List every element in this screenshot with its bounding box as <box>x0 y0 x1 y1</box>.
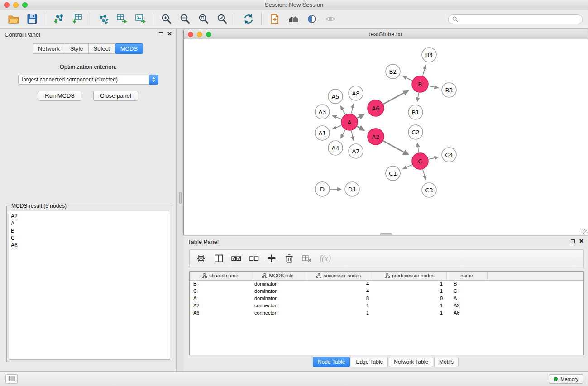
graph-edge-A-A3[interactable] <box>332 116 341 119</box>
tab-mcds[interactable]: MCDS <box>115 43 143 54</box>
table-cell[interactable]: 1 <box>373 280 446 287</box>
tab-network[interactable]: Network <box>33 43 65 54</box>
graph-edge-B-B3[interactable] <box>429 86 439 88</box>
table-cell[interactable]: 1 <box>373 287 446 295</box>
network-zoom-button[interactable] <box>206 32 211 37</box>
graph-edge-C-C1[interactable] <box>403 165 412 169</box>
graph-node-B3[interactable]: B3 <box>442 83 456 97</box>
result-item[interactable]: A <box>11 220 170 227</box>
refresh-button[interactable] <box>239 11 257 27</box>
network-canvas[interactable]: AA6A2BCA5A8A3A1A4A7B2B4B3B1C2C1C3C4DD1 <box>184 39 588 235</box>
graph-node-D1[interactable]: D1 <box>345 182 359 196</box>
tab-motifs[interactable]: Motifs <box>434 357 459 367</box>
result-item[interactable]: C <box>11 234 170 242</box>
table-cell[interactable]: dominator <box>251 295 305 302</box>
table-row[interactable]: Adominator80A <box>190 295 583 302</box>
graph-edge-A-A5[interactable] <box>341 106 345 114</box>
close-window-button[interactable] <box>4 2 10 8</box>
delete-button[interactable] <box>283 253 295 264</box>
import-network-button[interactable] <box>49 11 67 27</box>
table-cell[interactable]: 4 <box>305 287 373 295</box>
table-row[interactable]: Cdominator41C <box>190 287 583 295</box>
table-row[interactable]: A2connector11A2 <box>190 302 583 309</box>
network-close-button[interactable] <box>188 32 193 37</box>
graph-node-A6[interactable]: A6 <box>368 100 384 116</box>
result-item[interactable]: A6 <box>11 242 170 249</box>
graph-node-C1[interactable]: C1 <box>386 166 400 181</box>
search-input[interactable] <box>460 16 578 22</box>
graph-edge-B-B1[interactable] <box>417 93 419 102</box>
destroy-table-button[interactable] <box>301 253 313 264</box>
zoom-window-button[interactable] <box>22 2 28 8</box>
graph-node-A[interactable]: A <box>341 114 358 130</box>
table-cell[interactable]: dominator <box>251 280 305 287</box>
graph-edge-A-A1[interactable] <box>332 125 341 129</box>
graph-edge-C-C4[interactable] <box>429 157 439 159</box>
graph-node-C4[interactable]: C4 <box>442 148 456 162</box>
result-item[interactable]: A2 <box>11 213 170 220</box>
table-cell[interactable]: A2 <box>446 302 487 309</box>
network-window-titlebar[interactable]: testGlobe.txt <box>184 29 588 39</box>
add-button[interactable] <box>266 253 277 264</box>
table-cell[interactable]: A6 <box>190 309 251 316</box>
column-header-mcds-role[interactable]: MCDS role <box>251 272 305 280</box>
graph-edge-B-B2[interactable] <box>403 76 412 81</box>
zoom-fit-button[interactable] <box>195 11 212 27</box>
graph-node-A4[interactable]: A4 <box>328 141 343 155</box>
tab-style[interactable]: Style <box>65 43 89 54</box>
zoom-selected-button[interactable] <box>213 11 231 27</box>
export-table-button[interactable] <box>113 11 130 27</box>
table-cell[interactable]: 1 <box>305 309 373 316</box>
column-header-name[interactable]: name <box>446 272 487 280</box>
graph-node-A5[interactable]: A5 <box>328 89 343 104</box>
graph-edge-A-A7[interactable] <box>351 131 354 141</box>
column-header-predecessor-nodes[interactable]: predecessor nodes <box>373 272 446 280</box>
graph-node-B4[interactable]: B4 <box>422 48 436 62</box>
graph-edge-A-A4[interactable] <box>341 130 345 138</box>
criterion-dropdown[interactable]: largest connected component (directed) <box>18 75 158 85</box>
graph-node-A1[interactable]: A1 <box>315 126 330 140</box>
graph-edge-A2-C[interactable] <box>383 141 409 155</box>
close-panel-button[interactable]: Close panel <box>93 91 138 101</box>
graph-edge-B-B4[interactable] <box>423 65 426 76</box>
result-item[interactable]: B <box>11 227 170 234</box>
graph-node-B1[interactable]: B1 <box>408 105 423 119</box>
graph-node-D[interactable]: D <box>315 182 330 196</box>
table-cell[interactable]: connector <box>251 309 305 316</box>
graph-edge-A-A8[interactable] <box>351 104 354 114</box>
graph-node-C2[interactable]: C2 <box>408 125 423 139</box>
graph-edge-C-C2[interactable] <box>417 143 419 153</box>
deselect-all-button[interactable] <box>248 253 260 264</box>
table-cell[interactable]: connector <box>251 302 305 309</box>
export-image-button[interactable] <box>131 11 149 27</box>
toggle-visibility-button[interactable] <box>321 11 339 27</box>
graph-node-B2[interactable]: B2 <box>386 64 400 79</box>
function-builder-label[interactable]: f(x) <box>320 254 331 263</box>
graph-edge-A-A2[interactable] <box>357 126 364 130</box>
table-cell[interactable]: A2 <box>190 302 251 309</box>
open-session-button[interactable] <box>5 11 22 27</box>
table-cell[interactable]: B <box>190 280 251 287</box>
export-network-button[interactable] <box>94 11 112 27</box>
close-table-panel-icon[interactable]: × <box>579 239 583 243</box>
table-cell[interactable]: dominator <box>251 287 305 295</box>
table-cell[interactable]: A <box>446 295 487 302</box>
table-cell[interactable]: 1 <box>305 302 373 309</box>
table-cell[interactable]: 4 <box>305 280 373 287</box>
graph-node-B[interactable]: B <box>412 76 428 92</box>
import-table-button[interactable] <box>68 11 86 27</box>
table-cell[interactable]: C <box>190 287 251 295</box>
table-row[interactable]: Bdominator41B <box>190 280 583 287</box>
graph-node-A2[interactable]: A2 <box>368 129 384 145</box>
select-all-button[interactable] <box>230 253 242 264</box>
show-all-windows-button[interactable] <box>284 11 302 27</box>
tab-node-table[interactable]: Node Table <box>313 357 350 367</box>
resize-grip[interactable] <box>581 229 587 234</box>
graph-node-A3[interactable]: A3 <box>315 105 330 119</box>
graph-node-A7[interactable]: A7 <box>349 144 363 158</box>
table-cell[interactable]: 8 <box>305 295 373 302</box>
vertical-splitter-handle[interactable] <box>179 192 182 204</box>
graphics-details-button[interactable] <box>303 11 320 27</box>
task-history-button[interactable] <box>5 374 18 384</box>
graph-edge-A6-B[interactable] <box>383 91 409 104</box>
